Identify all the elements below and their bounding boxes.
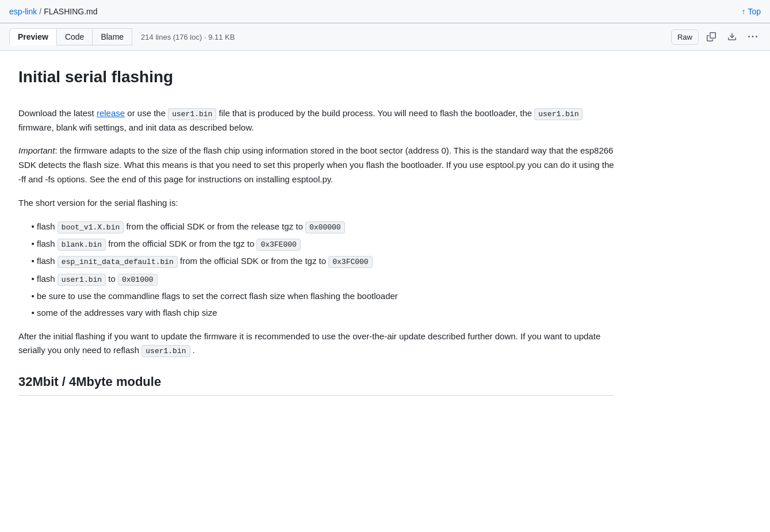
- file-header-right: Raw: [671, 29, 761, 45]
- copy-icon: [707, 32, 716, 41]
- breadcrumb: esp-link / FLASHING.md: [9, 7, 98, 16]
- code-0x3FC000: 0x3FC000: [328, 256, 372, 268]
- top-link[interactable]: ↑ Top: [741, 7, 761, 16]
- para4-end: .: [190, 345, 195, 355]
- important-em: Important: [18, 146, 55, 155]
- para1-mid: or use the: [125, 108, 168, 118]
- download-button[interactable]: [724, 30, 740, 44]
- li2-pre: flash: [37, 239, 58, 248]
- list-item-esp-init: flash esp_init_data_default.bin from the…: [37, 254, 614, 269]
- file-meta: 214 lines (176 loc) · 9.11 KB: [141, 33, 235, 41]
- tab-code[interactable]: Code: [56, 28, 93, 45]
- code-blank-bin: blank.bin: [58, 239, 106, 251]
- top-bar: esp-link / FLASHING.md ↑ Top: [0, 0, 770, 23]
- li3-mid: from the official SDK or from the tgz to: [178, 256, 328, 266]
- copy-button[interactable]: [703, 30, 719, 44]
- li4-pre: flash: [37, 274, 58, 284]
- file-header-left: Preview Code Blame 214 lines (176 loc) ·…: [9, 28, 235, 45]
- raw-button[interactable]: Raw: [671, 29, 699, 45]
- list-item-boot: flash boot_v1.X.bin from the official SD…: [37, 219, 614, 234]
- list-item-user1: flash user1.bin to 0x01000: [37, 271, 614, 286]
- li4-mid: to: [106, 274, 118, 284]
- breadcrumb-link[interactable]: esp-link: [9, 7, 37, 16]
- code-0x01000: 0x01000: [118, 274, 158, 286]
- para4-text: After the initial flashing if you want t…: [18, 331, 600, 355]
- more-actions-button[interactable]: [745, 30, 761, 44]
- heading-32mbit: 32Mbit / 4Mbyte module: [18, 372, 614, 396]
- list-item-blank: flash blank.bin from the official SDK or…: [37, 236, 614, 251]
- para2-text: : the firmware adapts to the size of the…: [18, 146, 614, 184]
- paragraph-short-version: The short version for the serial flashin…: [18, 196, 614, 210]
- code-user1-bin-1: user1.bin: [168, 108, 216, 120]
- download-icon: [727, 32, 737, 41]
- breadcrumb-file: FLASHING.md: [44, 7, 97, 16]
- tab-blame[interactable]: Blame: [92, 28, 132, 45]
- more-actions-icon: [748, 32, 757, 41]
- li3-pre: flash: [37, 256, 58, 266]
- file-header: Preview Code Blame 214 lines (176 loc) ·…: [0, 23, 770, 51]
- release-link[interactable]: release: [97, 108, 125, 118]
- tab-preview[interactable]: Preview: [9, 28, 57, 45]
- li1-mid: from the official SDK or from the releas…: [124, 221, 305, 231]
- li1-pre: flash: [37, 221, 58, 231]
- code-boot-bin: boot_v1.X.bin: [58, 221, 124, 234]
- paragraph-intro: Download the latest release or use the u…: [18, 106, 614, 135]
- code-0x3FE000: 0x3FE000: [256, 239, 300, 251]
- code-esp-init-bin: esp_init_data_default.bin: [58, 256, 178, 268]
- heading-initial-serial-flashing: Initial serial flashing: [18, 64, 614, 95]
- code-0x00000: 0x00000: [305, 221, 345, 234]
- code-user1-bin-2: user1.bin: [534, 108, 583, 120]
- para1-pre: Download the latest: [18, 108, 97, 118]
- code-user1-bin-li: user1.bin: [58, 274, 106, 286]
- top-link-label: Top: [748, 7, 761, 16]
- para1-end: firmware, blank wifi settings, and init …: [18, 123, 254, 132]
- top-arrow-icon: ↑: [741, 7, 745, 16]
- main-content: Initial serial flashing Download the lat…: [0, 51, 633, 416]
- breadcrumb-separator: /: [39, 7, 41, 16]
- list-item-addresses: some of the addresses vary with flash ch…: [37, 305, 614, 320]
- flash-list: flash boot_v1.X.bin from the official SD…: [18, 219, 614, 320]
- li2-mid: from the official SDK or from the tgz to: [106, 239, 256, 248]
- paragraph-important: Important: the firmware adapts to the si…: [18, 144, 614, 186]
- paragraph-after-flashing: After the initial flashing if you want t…: [18, 330, 614, 358]
- code-user1-bin-reflash: user1.bin: [141, 345, 190, 357]
- para1-post: file that is produced by the build proce…: [216, 108, 534, 118]
- list-item-flags: be sure to use the commandline flags to …: [37, 289, 614, 304]
